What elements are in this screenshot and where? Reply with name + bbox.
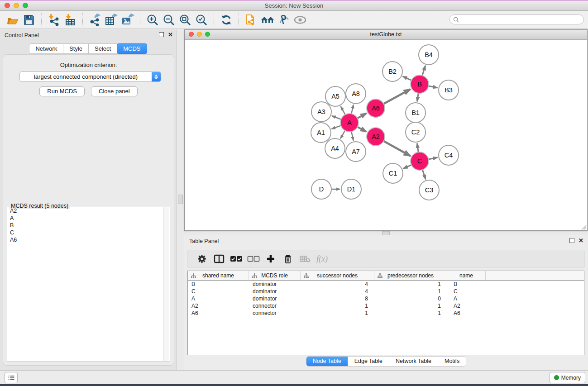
tab-node-table[interactable]: Node Table bbox=[306, 357, 348, 366]
node-A5[interactable]: A5 bbox=[325, 86, 345, 106]
table-row[interactable]: Cdominator41C bbox=[188, 288, 584, 295]
table-cell[interactable]: C bbox=[188, 288, 249, 295]
node-A6[interactable]: A6 bbox=[367, 99, 385, 117]
close-window-button[interactable] bbox=[5, 3, 10, 8]
table-cell[interactable]: A2 bbox=[447, 302, 486, 310]
tab-edge-table[interactable]: Edge Table bbox=[348, 357, 389, 366]
node-A7[interactable]: A7 bbox=[346, 142, 366, 162]
export-image-button[interactable] bbox=[120, 12, 136, 28]
float-table-panel-icon[interactable] bbox=[569, 238, 574, 243]
table-row[interactable]: Adominator80A bbox=[188, 295, 584, 302]
close-panel-button[interactable]: Close panel bbox=[91, 86, 138, 96]
table-cell[interactable]: C bbox=[447, 288, 486, 295]
node-D[interactable]: D bbox=[311, 179, 331, 199]
node-C1[interactable]: C1 bbox=[383, 163, 403, 183]
column-header-MCDS-role[interactable]: MCDS role bbox=[249, 271, 301, 280]
tab-mcds[interactable]: MCDS bbox=[117, 43, 147, 54]
minimize-window-button[interactable] bbox=[14, 3, 19, 8]
result-item[interactable]: A6 bbox=[8, 236, 164, 243]
network-graph[interactable]: B4B2BB3A5A8A6A3B1AA1C2A2A4A7C4CC1DD1C3 bbox=[185, 40, 587, 230]
column-header-name[interactable]: name bbox=[447, 271, 486, 280]
toggle-column-view-button[interactable] bbox=[210, 251, 228, 267]
node-D1[interactable]: D1 bbox=[341, 179, 361, 199]
export-network-button[interactable] bbox=[87, 12, 103, 28]
node-B1[interactable]: B1 bbox=[406, 103, 425, 123]
network-minimize-button[interactable] bbox=[197, 32, 202, 37]
memory-button[interactable]: Memory bbox=[550, 372, 585, 383]
node-C4[interactable]: C4 bbox=[439, 145, 459, 165]
table-cell[interactable]: 0 bbox=[374, 295, 447, 302]
table-cell[interactable]: 1 bbox=[301, 310, 374, 317]
delete-column-button[interactable] bbox=[279, 251, 296, 267]
node-A1[interactable]: A1 bbox=[311, 123, 331, 143]
column-header-predecessor-nodes[interactable]: predecessor nodes bbox=[374, 271, 447, 280]
tab-network-table[interactable]: Network Table bbox=[389, 357, 438, 366]
select-all-button[interactable] bbox=[228, 251, 245, 267]
node-table[interactable]: shared nameMCDS rolesuccessor nodesprede… bbox=[187, 271, 584, 355]
table-cell[interactable]: 1 bbox=[374, 310, 447, 317]
column-header-shared-name[interactable]: shared name bbox=[188, 271, 249, 280]
refresh-layout-button[interactable] bbox=[218, 12, 234, 28]
zoom-window-button[interactable] bbox=[23, 3, 28, 8]
node-C[interactable]: C bbox=[411, 152, 429, 170]
table-cell[interactable]: 1 bbox=[301, 302, 374, 310]
network-zoom-button[interactable] bbox=[205, 32, 210, 37]
table-settings-button[interactable] bbox=[193, 251, 210, 267]
import-table-button[interactable] bbox=[62, 12, 78, 28]
float-panel-icon[interactable] bbox=[159, 32, 164, 37]
tab-select[interactable]: Select bbox=[88, 43, 117, 54]
node-C2[interactable]: C2 bbox=[406, 122, 425, 142]
zoom-selected-button[interactable] bbox=[193, 12, 210, 28]
table-cell[interactable]: 1 bbox=[374, 288, 447, 295]
node-B[interactable]: B bbox=[411, 75, 429, 93]
node-A8[interactable]: A8 bbox=[346, 84, 366, 104]
table-row[interactable]: A2connector11A2 bbox=[188, 302, 584, 310]
node-A4[interactable]: A4 bbox=[325, 138, 345, 158]
task-history-button[interactable] bbox=[5, 372, 18, 383]
search-field[interactable] bbox=[449, 14, 584, 24]
result-scrollbar[interactable] bbox=[163, 207, 169, 361]
network-close-button[interactable] bbox=[189, 32, 194, 37]
network-canvas[interactable]: B4B2BB3A5A8A6A3B1AA1C2A2A4A7C4CC1DD1C3 bbox=[185, 40, 587, 230]
table-cell[interactable]: 8 bbox=[301, 295, 374, 302]
table-cell[interactable]: 4 bbox=[301, 281, 374, 288]
node-A3[interactable]: A3 bbox=[311, 102, 331, 122]
network-from-document-button[interactable] bbox=[243, 12, 259, 28]
export-table-button[interactable] bbox=[103, 12, 120, 28]
table-cell[interactable]: A6 bbox=[447, 310, 486, 317]
table-cell[interactable]: dominator bbox=[249, 281, 301, 288]
vertical-splitter-handle[interactable] bbox=[178, 195, 183, 204]
node-A[interactable]: A bbox=[340, 114, 359, 132]
table-cell[interactable]: connector bbox=[249, 310, 301, 317]
table-row[interactable]: A6connector11A6 bbox=[188, 310, 584, 317]
zoom-out-button[interactable] bbox=[161, 12, 177, 28]
table-cell[interactable]: A6 bbox=[188, 310, 249, 317]
table-cell[interactable]: A2 bbox=[188, 302, 249, 310]
close-panel-icon[interactable]: ✕ bbox=[168, 32, 173, 37]
table-cell[interactable]: A bbox=[447, 295, 486, 302]
tab-network[interactable]: Network bbox=[29, 43, 63, 54]
node-B2[interactable]: B2 bbox=[382, 62, 402, 81]
tab-motifs[interactable]: Motifs bbox=[438, 357, 466, 366]
node-B3[interactable]: B3 bbox=[439, 80, 459, 100]
graphics-details-button[interactable] bbox=[276, 12, 292, 28]
home-view-button[interactable] bbox=[259, 12, 276, 28]
search-input[interactable] bbox=[459, 16, 583, 23]
add-column-button[interactable] bbox=[262, 251, 279, 267]
result-item[interactable]: A bbox=[8, 214, 164, 222]
result-item[interactable]: B bbox=[8, 222, 164, 229]
table-row[interactable]: Bdominator41B bbox=[188, 281, 584, 288]
node-C3[interactable]: C3 bbox=[419, 180, 439, 200]
show-hide-button[interactable] bbox=[292, 12, 308, 28]
table-cell[interactable]: dominator bbox=[249, 288, 301, 295]
zoom-fit-button[interactable] bbox=[177, 12, 193, 28]
mcds-result-list[interactable]: A2ABCA6 bbox=[8, 207, 164, 361]
node-B4[interactable]: B4 bbox=[419, 45, 439, 65]
table-cell[interactable]: B bbox=[447, 281, 486, 288]
resize-grip-icon[interactable] bbox=[581, 224, 587, 230]
table-cell[interactable]: connector bbox=[249, 302, 301, 310]
deselect-all-button[interactable] bbox=[245, 251, 262, 267]
column-header-successor-nodes[interactable]: successor nodes bbox=[301, 271, 374, 280]
result-item[interactable]: A2 bbox=[8, 207, 164, 214]
open-session-button[interactable] bbox=[5, 12, 21, 28]
